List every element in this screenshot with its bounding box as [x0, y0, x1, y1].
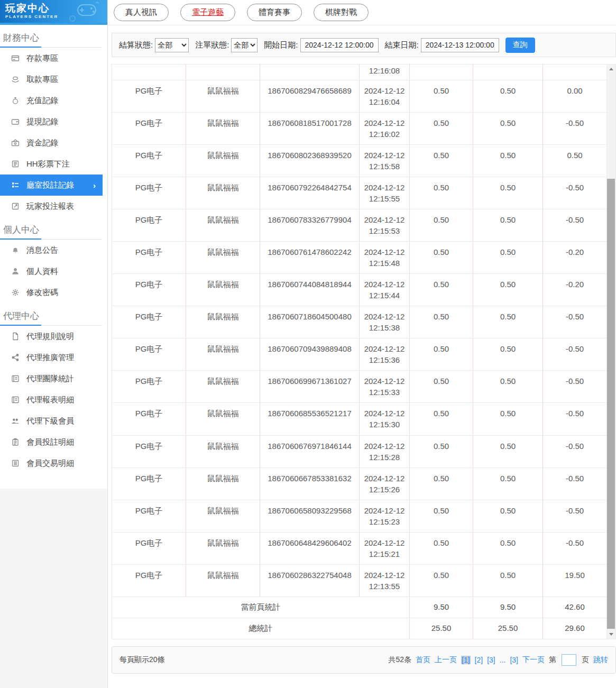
sidebar-item-agent-report-detail[interactable]: 代理報表明細	[0, 389, 103, 410]
tab-electronic-games[interactable]: 電子遊藝	[180, 4, 235, 21]
page-last-link[interactable]: [3]	[510, 656, 518, 664]
table-row: PG电子 鼠鼠福福 1867060783326779904 2024-12-12…	[112, 209, 607, 242]
report-card-icon	[11, 396, 20, 404]
sidebar-item-withdraw-record[interactable]: 提現記錄	[0, 111, 103, 132]
bell-icon	[11, 246, 20, 254]
sidebar-item-withdraw[interactable]: 取款專區	[0, 69, 103, 90]
cell-platform: PG电子	[112, 338, 186, 371]
sidebar-item-player-bet-report[interactable]: 玩家投注報表	[0, 196, 103, 217]
scrollbar-thumb[interactable]	[607, 179, 615, 629]
cell-valid-bet: 0.50	[473, 145, 543, 177]
page-2-link[interactable]: [2]	[475, 656, 483, 664]
cell-game: 鼠鼠福福	[186, 403, 260, 435]
tab-label: 電子遊藝	[192, 7, 224, 16]
cell-platform: PG电子	[112, 80, 186, 113]
cell-bet: 0.50	[410, 113, 473, 145]
sidebar-item-profile[interactable]: 個人資料	[0, 261, 103, 282]
jump-button[interactable]: 跳转	[593, 655, 608, 665]
sidebar-item-label: 玩家投注報表	[26, 201, 74, 212]
jump-page-input[interactable]	[562, 654, 576, 666]
vertical-scrollbar[interactable]	[607, 64, 616, 639]
cell-game: 鼠鼠福福	[186, 435, 260, 467]
start-date-input[interactable]	[300, 38, 379, 52]
page-1-current[interactable]: [1]	[461, 656, 471, 664]
summary-profit: 29.60	[543, 618, 607, 639]
end-date-input[interactable]	[421, 38, 499, 52]
cell-game: 鼠鼠福福	[186, 209, 260, 242]
table-row: PG电子 鼠鼠福福 1867060818517001728 2024-12-12…	[112, 113, 607, 145]
sidebar-item-room-bet-records[interactable]: 廳室投註記錄 ›	[0, 175, 103, 196]
sidebar-item-label: 充值記錄	[26, 96, 58, 106]
cell-platform: PG电子	[112, 532, 186, 564]
cell-order-id: 1867060818517001728	[260, 113, 360, 145]
cell-profit: -0.50	[543, 435, 607, 467]
members-icon	[11, 417, 20, 425]
tab-board-games[interactable]: 棋牌對戰	[314, 4, 369, 21]
order-status-select[interactable]: 全部	[231, 38, 258, 52]
cell-time: 2024-12-1212:15:55	[360, 177, 410, 209]
cell-profit: -0.50	[543, 177, 607, 209]
sidebar-item-label: 提現記錄	[26, 117, 58, 127]
scroll-up-button[interactable]	[607, 65, 615, 74]
cell-bet: 0.50	[410, 467, 473, 500]
sidebar-item-agent-team-stats[interactable]: 代理團隊統計	[0, 368, 103, 389]
next-page-link[interactable]: 下一页	[522, 655, 545, 665]
sidebar-item-announcements[interactable]: 消息公告	[0, 240, 103, 261]
table-row: PG电子 鼠鼠福福 1867060667853381632 2024-12-12…	[112, 467, 607, 500]
tab-label: 體育賽事	[259, 7, 290, 16]
sidebar-item-agent-rules[interactable]: 代理規則說明	[0, 326, 103, 347]
coin-purse-icon	[11, 139, 20, 147]
tab-sports[interactable]: 體育賽事	[247, 4, 302, 21]
filter-bar: 結算狀態: 全部 注單狀態: 全部 開始日期: 結束日期: 查詢	[112, 33, 616, 57]
pagination-bar: 每頁顯示20條 共52条 首页 上一页 [1] [2] [3] ... [3] …	[112, 646, 616, 674]
cell-game: 鼠鼠福福	[186, 467, 260, 500]
cell-profit: 0.50	[543, 145, 607, 177]
sidebar-item-member-bet-detail[interactable]: 會員投註明細	[0, 432, 103, 453]
prev-page-link[interactable]: 上一页	[435, 655, 457, 665]
cell-platform: PG电子	[112, 145, 186, 177]
sidebar-item-recharge-record[interactable]: 充值記錄	[0, 90, 103, 111]
pagination-controls: 共52条 首页 上一页 [1] [2] [3] ... [3] 下一页 第 页 …	[388, 654, 608, 666]
cell-valid-bet: 0.50	[473, 80, 543, 113]
cell-profit: -0.50	[543, 467, 607, 500]
sidebar-item-deposit[interactable]: 存款專區	[0, 48, 103, 69]
cell-order-id: 1867060829476658689	[260, 80, 360, 113]
search-button[interactable]: 查詢	[505, 38, 535, 53]
tab-live-video[interactable]: 真人視訊	[114, 4, 169, 21]
cell-bet: 0.50	[410, 500, 473, 532]
page-3-link[interactable]: [3]	[487, 656, 495, 664]
sidebar-item-change-password[interactable]: 修改密碼	[0, 282, 103, 303]
sidebar-item-funds-record[interactable]: 資金記錄	[0, 132, 103, 153]
money-bag-icon	[11, 96, 20, 105]
user-icon	[11, 267, 20, 276]
cell-platform: PG电子	[112, 242, 186, 274]
cell-profit	[543, 65, 607, 80]
cell-game: 鼠鼠福福	[186, 564, 260, 597]
cell-valid-bet: 0.50	[473, 371, 543, 403]
sidebar-item-agent-promotion[interactable]: 代理推廣管理	[0, 347, 103, 368]
cell-game: 鼠鼠福福	[186, 306, 260, 338]
cell-profit: -0.50	[543, 403, 607, 435]
settle-status-select[interactable]: 全部	[155, 38, 189, 52]
bet-records-table-wrap: 12:16:08 PG电子 鼠鼠福福 1867060829476658689 2…	[112, 64, 616, 639]
cell-time: 2024-12-1212:15:38	[360, 306, 410, 338]
cell-bet	[410, 65, 473, 80]
cell-platform: PG电子	[112, 500, 186, 532]
cell-bet: 0.50	[410, 338, 473, 371]
sidebar-item-label: 代理規則說明	[26, 332, 74, 342]
lottery-list-icon	[11, 160, 20, 168]
sidebar-item-hh-lottery[interactable]: HH彩票下注	[0, 153, 103, 175]
page-ellipsis: ...	[500, 656, 506, 664]
scroll-down-button[interactable]	[607, 630, 615, 639]
tab-label: 真人視訊	[125, 7, 157, 16]
sidebar-item-member-transaction-detail[interactable]: 會員交易明細	[0, 453, 103, 474]
sidebar-item-label: 資金記錄	[26, 138, 58, 148]
first-page-link[interactable]: 首页	[416, 655, 430, 665]
cell-valid-bet: 0.50	[473, 403, 543, 435]
sidebar-item-label: 存款專區	[26, 53, 58, 63]
cell-time: 2024-12-1212:15:58	[360, 145, 410, 177]
cell-time: 2024-12-1212:15:36	[360, 338, 410, 371]
cell-valid-bet: 0.50	[473, 242, 543, 274]
sidebar-item-agent-sub-members[interactable]: 代理下級會員	[0, 410, 103, 432]
cell-order-id: 1867060286322754048	[260, 564, 360, 597]
